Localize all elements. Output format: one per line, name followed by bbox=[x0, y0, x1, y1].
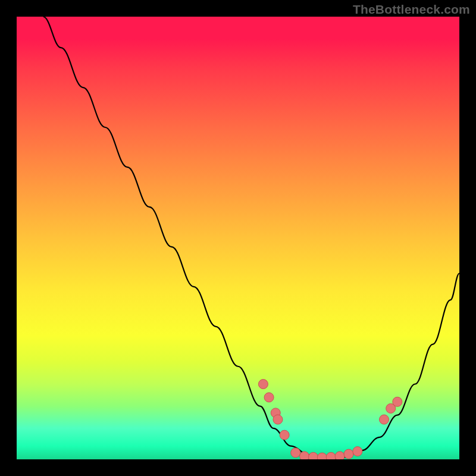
data-point bbox=[326, 452, 336, 459]
chart-svg bbox=[17, 17, 459, 459]
data-point bbox=[380, 415, 389, 424]
data-point bbox=[258, 380, 268, 389]
data-markers bbox=[258, 380, 402, 459]
plot-area bbox=[17, 17, 459, 459]
data-point bbox=[308, 452, 318, 459]
data-point bbox=[291, 448, 300, 458]
data-point bbox=[300, 452, 309, 459]
data-point bbox=[273, 415, 283, 424]
data-point bbox=[264, 393, 274, 402]
data-point bbox=[280, 430, 289, 440]
data-point bbox=[393, 397, 402, 406]
data-point bbox=[317, 453, 327, 459]
chart-root: TheBottleneck.com bbox=[0, 0, 476, 476]
data-point bbox=[335, 452, 345, 459]
bottleneck-curve bbox=[43, 17, 459, 459]
data-point bbox=[344, 449, 353, 459]
data-point bbox=[353, 447, 362, 456]
watermark-text: TheBottleneck.com bbox=[353, 2, 470, 17]
